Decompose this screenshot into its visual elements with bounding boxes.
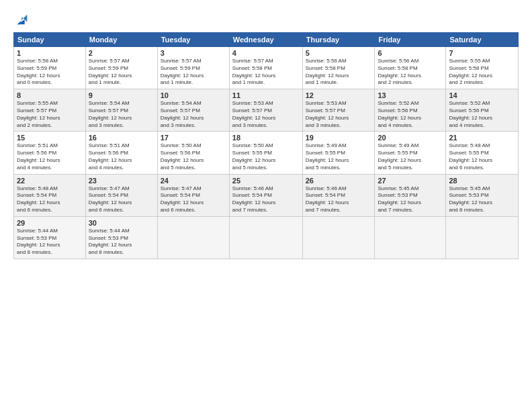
day-number: 8 (17, 91, 83, 99)
day-info: Sunrise: 5:46 AM Sunset: 5:54 PM Dayligh… (232, 185, 300, 214)
table-row: 7Sunrise: 5:55 AM Sunset: 5:58 PM Daylig… (446, 47, 519, 89)
table-row: 26Sunrise: 5:46 AM Sunset: 5:54 PM Dayli… (302, 174, 375, 216)
day-number: 14 (449, 91, 515, 99)
day-info: Sunrise: 5:54 AM Sunset: 5:57 PM Dayligh… (89, 100, 154, 129)
day-info: Sunrise: 5:57 AM Sunset: 5:59 PM Dayligh… (89, 58, 154, 87)
day-number: 3 (161, 49, 226, 57)
table-row: 29Sunrise: 5:44 AM Sunset: 5:53 PM Dayli… (14, 216, 86, 259)
th-saturday: Saturday (446, 33, 519, 47)
day-info: Sunrise: 5:48 AM Sunset: 5:54 PM Dayligh… (17, 185, 83, 214)
day-number: 19 (306, 134, 372, 142)
table-row: 5Sunrise: 5:56 AM Sunset: 5:58 PM Daylig… (302, 47, 375, 89)
table-row: 11Sunrise: 5:53 AM Sunset: 5:57 PM Dayli… (229, 89, 302, 132)
table-row: 4Sunrise: 5:57 AM Sunset: 5:58 PM Daylig… (229, 47, 302, 89)
table-row (375, 216, 446, 259)
day-number: 21 (449, 134, 515, 142)
table-row: 10Sunrise: 5:54 AM Sunset: 5:57 PM Dayli… (157, 89, 229, 132)
day-info: Sunrise: 5:53 AM Sunset: 5:57 PM Dayligh… (232, 100, 300, 129)
logo-icon (15, 12, 30, 27)
day-number: 6 (378, 49, 443, 57)
day-number: 18 (232, 134, 300, 142)
calendar-week-row: 22Sunrise: 5:48 AM Sunset: 5:54 PM Dayli… (14, 174, 519, 216)
day-number: 13 (378, 91, 443, 99)
day-number: 29 (17, 219, 83, 227)
th-wednesday: Wednesday (229, 33, 302, 47)
day-number: 17 (161, 134, 226, 142)
table-row: 13Sunrise: 5:52 AM Sunset: 5:56 PM Dayli… (375, 89, 446, 132)
table-row: 17Sunrise: 5:50 AM Sunset: 5:56 PM Dayli… (157, 132, 229, 174)
day-info: Sunrise: 5:44 AM Sunset: 5:53 PM Dayligh… (17, 228, 83, 257)
day-number: 12 (306, 91, 372, 99)
table-row: 20Sunrise: 5:49 AM Sunset: 5:55 PM Dayli… (375, 132, 446, 174)
day-number: 7 (449, 49, 515, 57)
table-row (302, 216, 375, 259)
calendar-week-row: 1Sunrise: 5:58 AM Sunset: 5:59 PM Daylig… (14, 47, 519, 89)
day-info: Sunrise: 5:50 AM Sunset: 5:55 PM Dayligh… (232, 142, 300, 171)
day-number: 1 (17, 49, 83, 57)
day-number: 26 (306, 177, 372, 185)
table-row: 18Sunrise: 5:50 AM Sunset: 5:55 PM Dayli… (229, 132, 302, 174)
day-info: Sunrise: 5:55 AM Sunset: 5:57 PM Dayligh… (17, 100, 83, 129)
table-row: 2Sunrise: 5:57 AM Sunset: 5:59 PM Daylig… (85, 47, 157, 89)
day-info: Sunrise: 5:55 AM Sunset: 5:58 PM Dayligh… (449, 58, 515, 87)
day-info: Sunrise: 5:46 AM Sunset: 5:54 PM Dayligh… (306, 185, 372, 214)
th-monday: Monday (85, 33, 157, 47)
day-info: Sunrise: 5:56 AM Sunset: 5:58 PM Dayligh… (306, 58, 372, 87)
day-info: Sunrise: 5:57 AM Sunset: 5:59 PM Dayligh… (161, 58, 226, 87)
day-info: Sunrise: 5:52 AM Sunset: 5:56 PM Dayligh… (449, 100, 515, 129)
day-info: Sunrise: 5:53 AM Sunset: 5:57 PM Dayligh… (306, 100, 372, 129)
calendar: Sunday Monday Tuesday Wednesday Thursday… (13, 32, 519, 259)
day-number: 25 (232, 177, 300, 185)
table-row: 12Sunrise: 5:53 AM Sunset: 5:57 PM Dayli… (302, 89, 375, 132)
svg-marker-1 (17, 19, 25, 24)
table-row: 21Sunrise: 5:48 AM Sunset: 5:55 PM Dayli… (446, 132, 519, 174)
day-info: Sunrise: 5:49 AM Sunset: 5:55 PM Dayligh… (378, 142, 443, 171)
logo (13, 12, 30, 27)
table-row (157, 216, 229, 259)
day-number: 27 (378, 177, 443, 185)
table-row (229, 216, 302, 259)
table-row: 24Sunrise: 5:47 AM Sunset: 5:54 PM Dayli… (157, 174, 229, 216)
table-row: 19Sunrise: 5:49 AM Sunset: 5:55 PM Dayli… (302, 132, 375, 174)
table-row: 6Sunrise: 5:56 AM Sunset: 5:58 PM Daylig… (375, 47, 446, 89)
day-number: 28 (449, 177, 515, 185)
day-info: Sunrise: 5:47 AM Sunset: 5:54 PM Dayligh… (161, 185, 226, 214)
day-number: 15 (17, 134, 83, 142)
th-tuesday: Tuesday (157, 33, 229, 47)
day-info: Sunrise: 5:58 AM Sunset: 5:59 PM Dayligh… (17, 58, 83, 87)
day-number: 2 (89, 49, 154, 57)
day-number: 22 (17, 177, 83, 185)
day-info: Sunrise: 5:48 AM Sunset: 5:55 PM Dayligh… (449, 142, 515, 171)
th-friday: Friday (375, 33, 446, 47)
calendar-header-row: Sunday Monday Tuesday Wednesday Thursday… (14, 33, 519, 47)
day-info: Sunrise: 5:47 AM Sunset: 5:54 PM Dayligh… (89, 185, 154, 214)
day-number: 9 (89, 91, 154, 99)
table-row: 23Sunrise: 5:47 AM Sunset: 5:54 PM Dayli… (85, 174, 157, 216)
day-number: 4 (232, 49, 300, 57)
page: Sunday Monday Tuesday Wednesday Thursday… (0, 0, 532, 411)
day-info: Sunrise: 5:56 AM Sunset: 5:58 PM Dayligh… (378, 58, 443, 87)
day-info: Sunrise: 5:57 AM Sunset: 5:58 PM Dayligh… (232, 58, 300, 87)
table-row: 28Sunrise: 5:45 AM Sunset: 5:53 PM Dayli… (446, 174, 519, 216)
day-number: 11 (232, 91, 300, 99)
day-info: Sunrise: 5:54 AM Sunset: 5:57 PM Dayligh… (161, 100, 226, 129)
day-info: Sunrise: 5:45 AM Sunset: 5:53 PM Dayligh… (449, 185, 515, 214)
day-info: Sunrise: 5:51 AM Sunset: 5:56 PM Dayligh… (17, 142, 83, 171)
table-row: 22Sunrise: 5:48 AM Sunset: 5:54 PM Dayli… (14, 174, 86, 216)
table-row: 16Sunrise: 5:51 AM Sunset: 5:56 PM Dayli… (85, 132, 157, 174)
table-row: 25Sunrise: 5:46 AM Sunset: 5:54 PM Dayli… (229, 174, 302, 216)
day-number: 23 (89, 177, 154, 185)
day-number: 30 (89, 219, 154, 227)
day-number: 10 (161, 91, 226, 99)
table-row: 27Sunrise: 5:45 AM Sunset: 5:53 PM Dayli… (375, 174, 446, 216)
calendar-week-row: 29Sunrise: 5:44 AM Sunset: 5:53 PM Dayli… (14, 216, 519, 259)
day-number: 5 (306, 49, 372, 57)
calendar-week-row: 8Sunrise: 5:55 AM Sunset: 5:57 PM Daylig… (14, 89, 519, 132)
table-row: 30Sunrise: 5:44 AM Sunset: 5:53 PM Dayli… (85, 216, 157, 259)
day-info: Sunrise: 5:49 AM Sunset: 5:55 PM Dayligh… (306, 142, 372, 171)
day-number: 16 (89, 134, 154, 142)
day-info: Sunrise: 5:51 AM Sunset: 5:56 PM Dayligh… (89, 142, 154, 171)
th-thursday: Thursday (302, 33, 375, 47)
table-row: 15Sunrise: 5:51 AM Sunset: 5:56 PM Dayli… (14, 132, 86, 174)
table-row: 3Sunrise: 5:57 AM Sunset: 5:59 PM Daylig… (157, 47, 229, 89)
